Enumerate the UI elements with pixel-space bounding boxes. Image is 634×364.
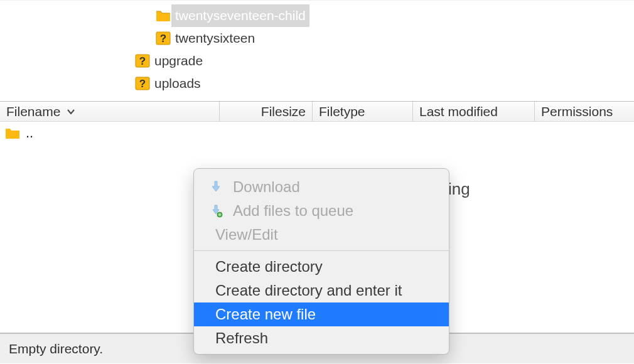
tree-item-label: upgrade (151, 50, 203, 72)
menu-label: View/Edit (215, 226, 278, 244)
svg-text:?: ? (139, 78, 146, 90)
chevron-down-icon (67, 107, 75, 116)
column-header-filetype[interactable]: Filetype (313, 102, 413, 121)
file-list-header: Filename Filesize Filetype Last modified… (0, 102, 634, 122)
menu-label: Create new file (215, 306, 316, 323)
tree-item-upgrade[interactable]: ? upgrade (134, 50, 203, 72)
column-label: Last modified (419, 104, 498, 119)
menu-label: Download (233, 178, 300, 196)
menu-separator (194, 250, 449, 251)
menu-item-refresh[interactable]: Refresh (194, 326, 449, 350)
column-label: Filetype (319, 104, 365, 119)
column-header-filesize[interactable]: Filesize (220, 102, 313, 121)
menu-item-download: Download (194, 175, 449, 199)
status-text: Empty directory. (9, 341, 103, 356)
svg-text:?: ? (139, 55, 146, 67)
menu-item-create-directory-enter[interactable]: Create directory and enter it (194, 279, 449, 302)
unknown-folder-icon: ? (134, 76, 151, 91)
folder-tree: twentyseventeen-child ? twentysixteen ? … (0, 0, 634, 102)
menu-item-view-edit: View/Edit (194, 223, 449, 247)
menu-item-create-directory[interactable]: Create directory (194, 255, 449, 279)
folder-icon (4, 126, 21, 141)
menu-label: Refresh (215, 329, 268, 347)
menu-label: Create directory and enter it (215, 282, 402, 299)
parent-directory-row[interactable]: .. (0, 122, 634, 144)
tree-item-label: uploads (151, 73, 201, 94)
column-header-filename[interactable]: Filename (0, 102, 220, 121)
download-icon (209, 179, 227, 195)
menu-item-add-to-queue: Add files to queue (194, 199, 449, 223)
parent-directory-label: .. (21, 125, 33, 141)
svg-text:?: ? (160, 33, 166, 45)
menu-label: Create directory (215, 258, 323, 276)
column-header-permissions[interactable]: Permissions (535, 102, 634, 121)
column-header-lastmodified[interactable]: Last modified (413, 102, 535, 121)
tree-item-twentyseventeen-child[interactable]: twentyseventeen-child (155, 5, 309, 26)
column-label: Filesize (261, 104, 306, 119)
tree-item-label: twentyseventeen-child (171, 4, 309, 27)
column-label: Permissions (541, 104, 613, 119)
context-menu: Download Add files to queue View/Edit Cr… (193, 168, 449, 355)
menu-label: Add files to queue (233, 202, 353, 220)
unknown-folder-icon: ? (155, 31, 171, 46)
column-label: Filename (6, 104, 60, 119)
tree-item-twentysixteen[interactable]: ? twentysixteen (155, 28, 255, 49)
menu-item-create-new-file[interactable]: Create new file (194, 302, 449, 326)
unknown-folder-icon: ? (134, 53, 151, 68)
folder-icon (155, 8, 171, 23)
add-to-queue-icon (209, 203, 227, 219)
tree-item-uploads[interactable]: ? uploads (134, 73, 201, 94)
tree-item-label: twentysixteen (171, 28, 255, 49)
